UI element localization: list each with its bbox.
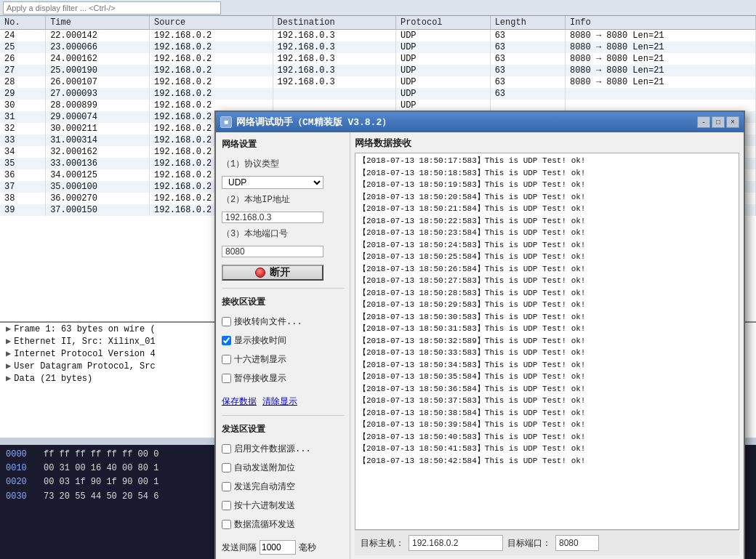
table-row[interactable]: 3028.000899192.168.0.2UDP — [0, 100, 756, 111]
ndt-maximize-button[interactable]: □ — [712, 116, 725, 128]
recv-line: 【2018-07-13 18:50:28:583】This is UDP Tes… — [358, 287, 736, 299]
table-cell-time: 31.000314 — [46, 134, 150, 146]
table-cell-time: 33.000136 — [46, 158, 150, 169]
table-cell-time: 28.000899 — [46, 100, 150, 111]
recv-time-checkbox[interactable] — [222, 336, 231, 345]
table-row[interactable]: 2927.000093192.168.0.2UDP63 — [0, 88, 756, 100]
hex-bytes: ff ff ff ff ff ff 00 0 — [44, 448, 158, 462]
table-cell-info: 8080 → 8080 Len=21 — [565, 30, 755, 42]
hex-bytes: 00 31 00 16 40 00 80 1 — [44, 462, 158, 475]
table-cell-len — [490, 100, 565, 111]
recv-line: 【2018-07-13 18:50:30:583】This is UDP Tes… — [358, 311, 736, 323]
ndt-right-panel: 网络数据接收 【2018-07-13 18:50:17:583】This is … — [350, 132, 744, 559]
save-data-link[interactable]: 保存数据 — [222, 395, 257, 408]
hex-bytes: 73 20 55 44 50 20 54 6 — [44, 490, 158, 504]
table-cell-dst — [273, 88, 395, 100]
send-auto-append-label: 自动发送附加位 — [234, 462, 295, 474]
table-cell-no: 39 — [0, 204, 46, 216]
table-cell-time: 27.000093 — [46, 88, 150, 100]
send-file-source-checkbox[interactable] — [222, 444, 231, 454]
local-ip-input[interactable] — [222, 212, 323, 223]
table-cell-no: 32 — [0, 123, 46, 134]
recv-pause-checkbox[interactable] — [222, 374, 231, 383]
recv-line: 【2018-07-13 18:50:39:584】This is UDP Tes… — [358, 419, 736, 431]
table-row[interactable]: 2826.000107192.168.0.2192.168.0.3UDP6380… — [0, 76, 756, 88]
send-auto-append-checkbox[interactable] — [222, 463, 231, 472]
hex-bytes: 00 03 1f 90 1f 90 00 1 — [44, 475, 158, 489]
col-info: Info — [565, 16, 755, 30]
disconnect-button[interactable]: 断开 — [222, 265, 323, 281]
recv-settings-title: 接收区设置 — [222, 296, 344, 308]
hex-offset: 0000 — [6, 448, 35, 462]
table-cell-info — [565, 100, 755, 111]
ndt-title-text: 网络调试助手（CM精装版 V3.8.2） — [236, 116, 391, 129]
target-port-input[interactable] — [555, 535, 599, 551]
table-cell-proto: UDP — [395, 30, 490, 42]
table-cell-src: 192.168.0.2 — [150, 53, 273, 65]
disconnect-icon — [255, 268, 265, 278]
target-host-label: 目标主机： — [361, 537, 404, 550]
table-cell-dst — [273, 100, 395, 111]
table-cell-no: 35 — [0, 158, 46, 169]
send-hex-checkbox[interactable] — [222, 501, 231, 510]
table-cell-no: 33 — [0, 134, 46, 146]
recv-line: 【2018-07-13 18:50:32:589】This is UDP Tes… — [358, 335, 736, 347]
send-auto-clear-checkbox[interactable] — [222, 482, 231, 491]
ndt-body: 网络设置 （1）协议类型 UDP TCP Client TCP Server （… — [216, 132, 744, 559]
ndt-close-button[interactable]: × — [726, 116, 739, 128]
recv-line: 【2018-07-13 18:50:26:584】This is UDP Tes… — [358, 263, 736, 276]
table-cell-time: 37.000150 — [46, 204, 150, 216]
recv-line: 【2018-07-13 18:50:27:583】This is UDP Tes… — [358, 275, 736, 287]
table-cell-len: 63 — [490, 65, 565, 76]
table-cell-len: 63 — [490, 76, 565, 88]
table-cell-info: 8080 → 8080 Len=21 — [565, 65, 755, 76]
recv-checkbox-row-2: 十六进制显示 — [222, 353, 344, 366]
recv-checkbox-row-3: 暂停接收显示 — [222, 372, 344, 385]
col-length: Length — [490, 16, 565, 30]
table-cell-no: 38 — [0, 193, 46, 204]
recv-line: 【2018-07-13 18:50:23:584】This is UDP Tes… — [358, 227, 736, 239]
recv-file-checkbox[interactable] — [222, 317, 231, 326]
ndt-titlebar-buttons: - □ × — [697, 116, 739, 128]
table-cell-dst: 192.168.0.3 — [273, 76, 395, 88]
send-loop-label: 数据流循环发送 — [234, 518, 295, 531]
local-port-input[interactable] — [222, 246, 323, 257]
display-filter-input[interactable] — [3, 1, 221, 15]
table-cell-no: 30 — [0, 100, 46, 111]
recv-line: 【2018-07-13 18:50:29:583】This is UDP Tes… — [358, 299, 736, 311]
ndt-dialog: ■ 网络调试助手（CM精装版 V3.8.2） - □ × 网络设置 （1）协议类… — [214, 110, 745, 559]
recv-line: 【2018-07-13 18:50:37:583】This is UDP Tes… — [358, 395, 736, 407]
table-row[interactable]: 2422.000142192.168.0.2192.168.0.3UDP6380… — [0, 30, 756, 42]
local-port-label: （3）本地端口号 — [222, 228, 344, 240]
data-actions-row: 保存数据 清除显示 — [222, 395, 344, 408]
table-cell-time: 23.000066 — [46, 41, 150, 53]
recv-data-area: 【2018-07-13 18:50:17:583】This is UDP Tes… — [355, 153, 739, 530]
table-cell-no: 37 — [0, 181, 46, 193]
recv-line: 【2018-07-13 18:50:18:583】This is UDP Tes… — [358, 167, 736, 180]
ndt-minimize-button[interactable]: - — [697, 116, 710, 128]
divider-1 — [222, 288, 344, 289]
recv-hex-checkbox[interactable] — [222, 355, 231, 364]
table-cell-time: 32.000162 — [46, 146, 150, 158]
table-cell-no: 31 — [0, 111, 46, 123]
interval-label: 发送间隔 — [222, 542, 257, 554]
interval-input[interactable] — [260, 540, 296, 555]
table-cell-info: 8080 → 8080 Len=21 — [565, 41, 755, 53]
recv-line: 【2018-07-13 18:50:34:583】This is UDP Tes… — [358, 359, 736, 371]
send-checkbox-row-0: 启用文件数据源... — [222, 443, 344, 455]
recv-pause-label: 暂停接收显示 — [234, 372, 286, 385]
send-auto-clear-label: 发送完自动清空 — [234, 480, 295, 493]
table-cell-no: 34 — [0, 146, 46, 158]
send-checkbox-row-3: 按十六进制发送 — [222, 499, 344, 512]
target-host-input[interactable] — [409, 535, 503, 551]
send-loop-checkbox[interactable] — [222, 520, 231, 529]
recv-line: 【2018-07-13 18:50:33:583】This is UDP Tes… — [358, 347, 736, 359]
table-row[interactable]: 2523.000066192.168.0.2192.168.0.3UDP6380… — [0, 41, 756, 53]
table-cell-proto: UDP — [395, 100, 490, 111]
protocol-select[interactable]: UDP TCP Client TCP Server — [222, 176, 323, 189]
clear-display-link[interactable]: 清除显示 — [262, 395, 297, 408]
table-cell-dst: 192.168.0.3 — [273, 30, 395, 42]
table-row[interactable]: 2725.000190192.168.0.2192.168.0.3UDP6380… — [0, 65, 756, 76]
recv-line: 【2018-07-13 18:50:21:584】This is UDP Tes… — [358, 203, 736, 215]
table-row[interactable]: 2624.000162192.168.0.2192.168.0.3UDP6380… — [0, 53, 756, 65]
